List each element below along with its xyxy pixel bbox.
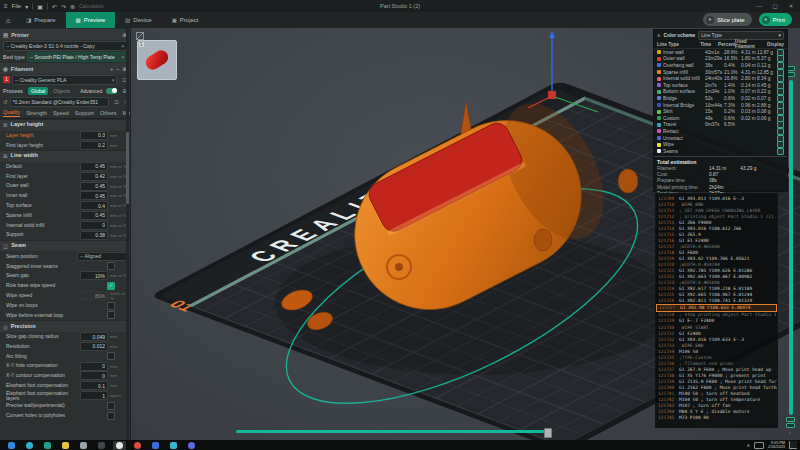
print-dropdown-icon[interactable]: ▾ (762, 16, 770, 24)
print-button[interactable]: ▾ Print (759, 13, 792, 26)
param-row[interactable]: Sparse infill 0.45 ✓ 0.45 mm or % (0, 211, 130, 221)
param-row[interactable]: First layer 0.42 ✓ 0.42 mm or % (0, 171, 130, 181)
param-row[interactable]: ≣ Layer height ✓ (0, 119, 130, 131)
bed-type-select[interactable]: -- Smooth PEI Plate / High Temp Plate ▾ (27, 52, 127, 62)
reset-preset-icon[interactable]: ↺ (3, 99, 8, 105)
gcode-line[interactable]: 121712 ; printing object Part Studio 1 (… (656, 213, 777, 219)
taskbar-item[interactable] (152, 442, 159, 449)
param-input[interactable]: 0.2 (80, 141, 108, 150)
layer-slider-bottom-handle[interactable] (786, 417, 795, 428)
taskbar-item[interactable] (26, 442, 33, 449)
param-input[interactable]: 0.4 (80, 201, 108, 210)
param-row[interactable]: Resolution 0.012 ✓ 0.012 mm (0, 342, 130, 352)
notification-center-icon[interactable] (789, 441, 797, 449)
printer-select[interactable]: -- Creality Ender-3 S1 0.4 nozzle - Copy… (3, 41, 127, 51)
param-input[interactable]: 0.45 (80, 182, 108, 191)
param-row[interactable]: Top surface 0.4 ✓ 0.4 mm or % (0, 201, 130, 211)
main-tab[interactable]: ▦ Preview (66, 12, 116, 28)
param-row[interactable]: ◫ Seam ✓ (0, 240, 130, 252)
param-tab[interactable]: Strength (26, 110, 47, 116)
main-tab[interactable]: ▣ Project (162, 12, 209, 28)
param-tab[interactable]: Support (75, 110, 94, 116)
gcode-step-slider-handle[interactable] (544, 428, 552, 438)
display-checkbox[interactable] (777, 148, 784, 155)
param-input[interactable]: 10% (80, 271, 108, 280)
display-checkbox[interactable] (777, 62, 784, 69)
param-row[interactable]: Internal solid infill 0 ✓ 0 mm or % (0, 220, 130, 230)
taskbar-item[interactable] (113, 441, 126, 450)
gcode-line[interactable]: 121738 G1 X5 Y176 F9000 ; present print (656, 372, 777, 378)
param-input[interactable]: 0.3 (80, 131, 108, 140)
param-row[interactable]: ⊞ Line width ✓ (0, 150, 130, 162)
gcode-line[interactable]: 121727 G1 X92.98 Y108.633 E.00979 (656, 304, 777, 312)
gcode-viewer-panel[interactable]: 121709 G1 X93.011 Y109.016 E-.3 121710 _… (655, 193, 778, 428)
gcode-line[interactable]: 121739 G1 Z135.9 F600 ; Move print head … (656, 378, 777, 384)
process-global-tab[interactable]: Global (28, 87, 48, 95)
process-objects-tab[interactable]: Objects (50, 87, 73, 95)
param-select[interactable]: -- Aligned (77, 252, 127, 261)
param-checkbox[interactable]: ✓ (107, 282, 115, 290)
param-tab[interactable]: Speed (53, 110, 69, 116)
keyboard-tray-icon[interactable] (754, 442, 764, 449)
param-row[interactable]: Convert holes to polyholes ✓ (0, 411, 130, 421)
param-input[interactable]: 0.1 (80, 381, 108, 390)
param-row[interactable]: Elephant foot compensation layers 1 ✓ 1 … (0, 391, 130, 402)
taskbar-item[interactable] (134, 442, 141, 449)
slice-plate-button[interactable]: ▾ Slice plate (703, 13, 752, 26)
param-input[interactable]: 0.45 (80, 191, 108, 200)
param-input[interactable]: 80% (80, 291, 108, 300)
sidebar-scrollbar-thumb[interactable] (126, 132, 129, 204)
param-input[interactable]: 0 (80, 362, 108, 371)
param-tab[interactable]: Others (100, 110, 117, 116)
param-input[interactable]: 0.45 (80, 211, 108, 220)
param-row[interactable]: Default 0.45 ✓ 0.45 mm or % (0, 162, 130, 172)
param-checkbox[interactable]: ✓ (107, 302, 115, 310)
param-row[interactable]: ◎ Precision ✓ (0, 320, 130, 332)
param-input[interactable]: 0 (80, 371, 108, 380)
add-filament-icon[interactable]: + (110, 66, 113, 72)
plate-thumbnail[interactable]: 1 (137, 40, 177, 80)
display-checkbox[interactable] (777, 128, 784, 135)
taskbar-item[interactable] (8, 442, 15, 449)
param-row[interactable]: Seam gap 10% ✓ 10% mm or % (0, 271, 130, 281)
filament-select[interactable]: -- Creality Generic PLA ▾ (12, 75, 117, 85)
param-input[interactable]: 0.45 (80, 162, 108, 171)
tray-overflow-icon[interactable]: ∧ (746, 442, 750, 448)
remove-filament-icon[interactable]: − (116, 66, 119, 72)
taskbar-item[interactable] (170, 442, 177, 449)
param-row[interactable]: Seam position -- Aligned ✓ -- Aligned (0, 251, 130, 261)
param-input[interactable]: 0.049 (80, 332, 108, 341)
slice-dropdown-icon[interactable]: ▾ (706, 16, 714, 24)
param-row[interactable]: X-Y hole compensation 0 ✓ 0 mm (0, 361, 130, 371)
maximize-button[interactable]: ▢ (768, 0, 782, 11)
step-arrow-icon[interactable]: › (789, 429, 791, 435)
param-input[interactable]: 0.012 (80, 342, 108, 351)
param-row[interactable]: Role base wipe speed ✓ (0, 281, 130, 291)
param-input[interactable]: 0.38 (80, 231, 108, 240)
param-checkbox[interactable]: ✓ (107, 352, 115, 360)
gcode-line[interactable]: 121737 G1 Z67.9 F600 ; Move print head u… (656, 366, 777, 372)
param-input[interactable]: 0 (80, 221, 108, 230)
param-row[interactable]: Precise wall(experimental) ✓ (0, 401, 130, 411)
param-row[interactable]: X-Y contour compensation 0 ✓ 0 mm (0, 371, 130, 381)
gcode-line[interactable]: 121711 ;_SET_FAN_SPEED_CHANGING_LAYER (656, 207, 777, 213)
param-row[interactable]: Outer wall 0.45 ✓ 0.45 mm or % (0, 181, 130, 191)
sidebar-scrollbar-track[interactable] (126, 28, 129, 440)
param-row[interactable]: Support 0.38 ✓ 0.38 mm or % (0, 230, 130, 240)
taskbar-item[interactable] (188, 442, 195, 449)
param-row[interactable]: First layer height 0.2 ✓ 0.2 mm (0, 140, 130, 150)
taskbar-item[interactable] (62, 442, 69, 449)
param-checkbox[interactable]: ✓ (107, 262, 115, 270)
param-row[interactable]: Wipe speed 80% ✓ 80% mm/s or % (0, 291, 130, 301)
param-list[interactable]: ≣ Layer height ✓ Layer height 0.3 ✓ (0, 119, 130, 421)
param-row[interactable]: Slice gap closing radius 0.049 ✓ 0.049 m… (0, 332, 130, 342)
minimize-button[interactable]: — (752, 0, 766, 11)
param-input[interactable]: 1 (80, 391, 108, 400)
gcode-step-slider[interactable] (236, 430, 548, 433)
param-row[interactable]: Layer height 0.3 ✓ 0.3 mm (0, 131, 130, 141)
param-row[interactable]: Staggered inner seams ✓ (0, 261, 130, 271)
gcode-line[interactable]: 121742 M104 S0 ; turn off temperature (656, 397, 777, 403)
taskbar-item[interactable] (98, 442, 105, 449)
layer-slider[interactable] (789, 80, 793, 415)
gcode-line[interactable]: 121745 M73 P100 R0 (656, 415, 777, 421)
